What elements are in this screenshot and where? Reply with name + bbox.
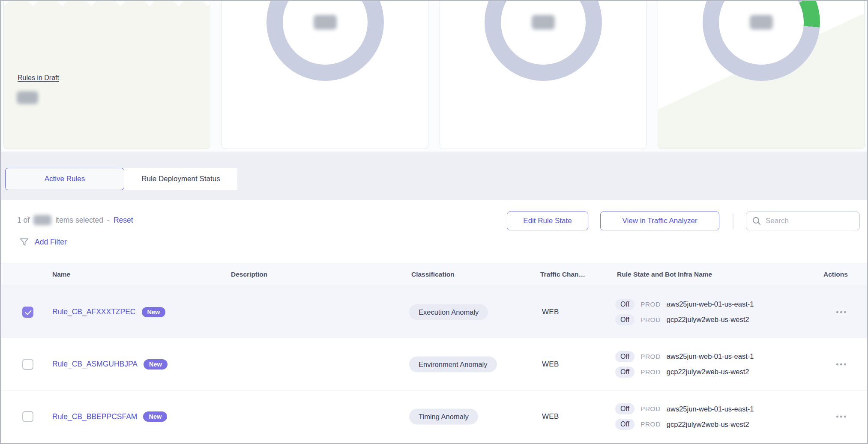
- state-badge: Off: [615, 351, 635, 362]
- infra-name: aws25jun-web-01-us-east-1: [667, 405, 754, 413]
- row-actions-menu[interactable]: [835, 413, 847, 420]
- rule-name-link[interactable]: Rule_CB_ASMGUHBJPA: [52, 360, 138, 369]
- state-badge: Off: [615, 419, 635, 430]
- rule-state-cell: Off PROD aws25jun-web-01-us-east-1 Off P…: [615, 403, 754, 430]
- column-header-description: Description: [231, 271, 267, 278]
- infra-name: gcp22julyw2web-us-west2: [667, 368, 749, 376]
- rule-state-line: Off PROD gcp22julyw2web-us-west2: [615, 419, 754, 430]
- donut-card-1: [221, 0, 428, 149]
- search-icon: [752, 216, 761, 226]
- env-label: PROD: [641, 368, 661, 376]
- rule-name-cell: Rule_CB_ASMGUHBJPA New: [52, 359, 168, 370]
- column-header-actions: Actions: [823, 271, 848, 278]
- row-checkbox[interactable]: [22, 359, 33, 370]
- donut-chart: [485, 0, 602, 81]
- donut-card-2: [440, 0, 647, 149]
- env-label: PROD: [641, 353, 661, 361]
- traffic-channel-value: WEB: [542, 412, 559, 421]
- tab-rule-deployment-status[interactable]: Rule Deployment Status: [124, 168, 237, 190]
- column-header-traffic-channel: Traffic Chan…: [540, 271, 585, 278]
- rule-state-cell: Off PROD aws25jun-web-01-us-east-1 Off P…: [615, 351, 754, 378]
- summary-cards: Rules in Draft: [3, 0, 865, 149]
- env-label: PROD: [641, 420, 661, 428]
- redacted-donut-value: [750, 15, 773, 30]
- infra-name: gcp22julyw2web-us-west2: [667, 316, 749, 324]
- env-label: PROD: [641, 301, 661, 308]
- selection-summary: 1 of items selected - Reset: [17, 215, 133, 225]
- donut-chart: [266, 0, 384, 81]
- infra-name: aws25jun-web-01-us-east-1: [667, 300, 754, 308]
- rule-state-line: Off PROD gcp22julyw2web-us-west2: [615, 314, 754, 325]
- infra-name: aws25jun-web-01-us-east-1: [667, 352, 754, 361]
- rule-name-link[interactable]: Rule_CB_BBEPPCSFAM: [52, 412, 137, 421]
- selection-dash: -: [107, 216, 110, 225]
- view-in-traffic-analyzer-button[interactable]: View in Traffic Analyzer: [600, 212, 719, 230]
- rule-state-line: Off PROD aws25jun-web-01-us-east-1: [615, 403, 754, 414]
- redacted-draft-count: [17, 91, 38, 104]
- traffic-channel-value: WEB: [542, 308, 559, 316]
- new-badge: New: [143, 411, 167, 422]
- donut-chart: [703, 0, 820, 81]
- rules-in-draft-card: Rules in Draft: [3, 0, 210, 149]
- classification-pill: Timing Anomaly: [409, 409, 478, 425]
- rule-state-line: Off PROD aws25jun-web-01-us-east-1: [615, 299, 754, 310]
- infra-name: gcp22julyw2web-us-west2: [667, 420, 749, 429]
- rules-in-draft-link[interactable]: Rules in Draft: [18, 74, 59, 82]
- rule-state-cell: Off PROD aws25jun-web-01-us-east-1 Off P…: [615, 299, 754, 325]
- state-badge: Off: [615, 299, 635, 310]
- add-filter-button[interactable]: Add Filter: [19, 237, 67, 247]
- state-badge: Off: [615, 314, 635, 325]
- rules-tabs: Active Rules Rule Deployment Status: [5, 168, 237, 190]
- new-badge: New: [142, 307, 166, 317]
- column-header-name: Name: [52, 271, 70, 278]
- classification-pill: Environment Anomaly: [409, 356, 497, 372]
- redacted-total-count: [33, 215, 51, 225]
- table-row: Rule_CB_BBEPPCSFAM New Timing Anomaly WE…: [1, 390, 867, 443]
- table-row: Rule_CB_AFXXXTZPEC New Execution Anomaly…: [1, 286, 867, 338]
- search-box: [746, 212, 860, 230]
- rule-name-cell: Rule_CB_BBEPPCSFAM New: [52, 411, 167, 422]
- row-checkbox[interactable]: [22, 307, 33, 318]
- reset-link[interactable]: Reset: [114, 216, 133, 225]
- add-filter-label: Add Filter: [35, 238, 67, 247]
- table-header: Name Description Classification Traffic …: [1, 263, 867, 286]
- selection-suffix: items selected: [55, 216, 103, 225]
- rule-state-line: Off PROD aws25jun-web-01-us-east-1: [615, 351, 754, 362]
- tab-active-rules[interactable]: Active Rules: [5, 168, 124, 190]
- donut-card-3: [658, 0, 865, 149]
- edit-rule-state-button[interactable]: Edit Rule State: [507, 212, 588, 230]
- rule-name-link[interactable]: Rule_CB_AFXXXTZPEC: [52, 307, 136, 316]
- rule-name-cell: Rule_CB_AFXXXTZPEC New: [52, 307, 165, 317]
- state-badge: Off: [615, 367, 635, 378]
- rule-state-line: Off PROD gcp22julyw2web-us-west2: [615, 367, 754, 378]
- env-label: PROD: [641, 405, 661, 413]
- classification-pill: Execution Anomaly: [409, 304, 488, 320]
- state-badge: Off: [615, 403, 635, 414]
- row-actions-menu[interactable]: [835, 361, 847, 368]
- row-checkbox[interactable]: [22, 411, 33, 422]
- rules-dashboard: Rules in Draft Active Rules Rule Deploym…: [0, 0, 868, 444]
- column-header-rule-state: Rule State and Bot Infra Name: [617, 271, 712, 278]
- toolbar-divider: [733, 213, 733, 229]
- funnel-icon: [19, 237, 30, 247]
- env-label: PROD: [641, 316, 661, 324]
- search-input[interactable]: [766, 217, 854, 225]
- selection-prefix: 1 of: [17, 216, 30, 225]
- redacted-donut-value: [532, 15, 555, 30]
- row-actions-menu[interactable]: [835, 308, 847, 316]
- traffic-channel-value: WEB: [542, 360, 559, 369]
- redacted-donut-value: [314, 15, 337, 30]
- column-header-classification: Classification: [411, 271, 455, 278]
- table-row: Rule_CB_ASMGUHBJPA New Environment Anoma…: [1, 338, 867, 390]
- new-badge: New: [144, 359, 168, 370]
